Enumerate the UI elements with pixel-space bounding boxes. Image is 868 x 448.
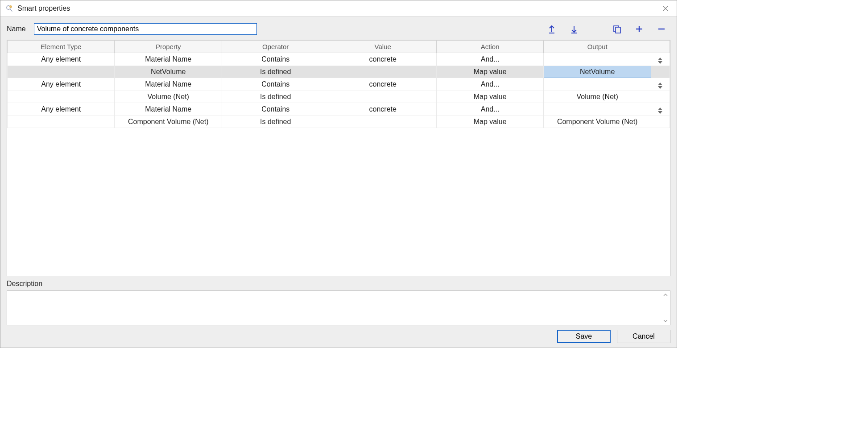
cell-property[interactable]: Material Name <box>115 53 222 66</box>
cell-property[interactable]: Material Name <box>115 103 222 116</box>
grid-header-row: Element Type Property Operator Value Act… <box>8 41 670 53</box>
col-handle <box>651 41 670 53</box>
chevron-up-icon <box>663 293 668 297</box>
cell-value[interactable]: concrete <box>329 103 436 116</box>
scrollbar-stub <box>663 293 669 323</box>
svg-marker-14 <box>658 58 662 60</box>
plus-icon <box>635 25 643 33</box>
cell-output[interactable]: Volume (Net) <box>544 91 651 103</box>
name-row: Name <box>7 23 670 35</box>
cell-action[interactable]: And... <box>436 78 543 91</box>
cell-action[interactable]: And... <box>436 103 543 116</box>
cell-operator[interactable]: Is defined <box>222 66 329 78</box>
rules-grid: Element Type Property Operator Value Act… <box>7 40 670 276</box>
arrow-up-icon <box>548 25 556 33</box>
cell-handle[interactable] <box>651 53 670 66</box>
table-row[interactable]: Any elementMaterial NameContainsconcrete… <box>8 53 670 66</box>
description-box <box>7 290 670 325</box>
smart-properties-dialog: Smart properties Name <box>0 0 677 348</box>
cell-element-type[interactable] <box>8 91 115 103</box>
copy-icon <box>612 25 621 33</box>
table-row[interactable]: NetVolumeIs definedMap valueNetVolume <box>8 66 670 78</box>
cell-output[interactable] <box>544 103 651 116</box>
description-input[interactable] <box>7 291 662 325</box>
svg-marker-16 <box>658 83 662 85</box>
col-value[interactable]: Value <box>329 41 436 53</box>
cell-value[interactable] <box>329 66 436 78</box>
close-icon <box>663 6 668 11</box>
table-row[interactable]: Component Volume (Net)Is definedMap valu… <box>8 116 670 128</box>
cell-value[interactable] <box>329 91 436 103</box>
col-output[interactable]: Output <box>544 41 651 53</box>
svg-line-1 <box>10 9 12 11</box>
col-property[interactable]: Property <box>115 41 222 53</box>
drag-handle-icon[interactable] <box>657 82 663 89</box>
cell-property[interactable]: Material Name <box>115 78 222 91</box>
cell-handle <box>651 91 670 103</box>
titlebar: Smart properties <box>0 0 677 17</box>
svg-marker-17 <box>658 86 662 89</box>
cell-handle[interactable] <box>651 103 670 116</box>
name-label: Name <box>7 25 26 33</box>
drag-handle-icon[interactable] <box>657 107 663 114</box>
cell-element-type[interactable]: Any element <box>8 78 115 91</box>
app-icon <box>5 4 14 13</box>
arrow-down-icon <box>570 25 578 33</box>
cell-output[interactable] <box>544 53 651 66</box>
cell-value[interactable]: concrete <box>329 53 436 66</box>
cell-element-type[interactable]: Any element <box>8 53 115 66</box>
add-button[interactable] <box>633 23 645 35</box>
cell-output[interactable] <box>544 78 651 91</box>
table-row[interactable]: Any elementMaterial NameContainsconcrete… <box>8 78 670 91</box>
remove-button[interactable] <box>655 23 668 35</box>
cancel-button[interactable]: Cancel <box>617 330 670 343</box>
col-action[interactable]: Action <box>436 41 543 53</box>
save-button[interactable]: Save <box>557 330 611 343</box>
cell-element-type[interactable]: Any element <box>8 103 115 116</box>
chevron-down-icon <box>663 319 668 323</box>
cell-action[interactable]: And... <box>436 53 543 66</box>
duplicate-button[interactable] <box>611 23 623 35</box>
cell-action[interactable]: Map value <box>436 66 543 78</box>
cell-output[interactable]: Component Volume (Net) <box>544 116 651 128</box>
cell-property[interactable]: Component Volume (Net) <box>115 116 222 128</box>
cell-property[interactable]: NetVolume <box>115 66 222 78</box>
cell-action[interactable]: Map value <box>436 91 543 103</box>
cell-handle <box>651 116 670 128</box>
cell-action[interactable]: Map value <box>436 116 543 128</box>
move-up-button[interactable] <box>546 23 558 35</box>
table-row[interactable]: Volume (Net)Is definedMap valueVolume (N… <box>8 91 670 103</box>
minus-icon <box>657 25 665 33</box>
dialog-body: Name <box>0 17 677 348</box>
cell-element-type[interactable] <box>8 66 115 78</box>
svg-marker-18 <box>658 108 662 110</box>
cell-operator[interactable]: Contains <box>222 78 329 91</box>
close-button[interactable] <box>659 2 672 15</box>
cell-operator[interactable]: Is defined <box>222 91 329 103</box>
description-label: Description <box>7 280 670 288</box>
drag-handle-icon[interactable] <box>657 57 663 64</box>
cell-value[interactable]: concrete <box>329 78 436 91</box>
cell-value[interactable] <box>329 116 436 128</box>
cell-property[interactable]: Volume (Net) <box>115 91 222 103</box>
dialog-footer: Save Cancel <box>7 328 670 345</box>
window-title: Smart properties <box>17 4 659 12</box>
row-toolbar <box>546 23 670 35</box>
name-input[interactable] <box>34 23 257 35</box>
cell-handle <box>651 66 670 78</box>
col-element-type[interactable]: Element Type <box>8 41 115 53</box>
cell-operator[interactable]: Is defined <box>222 116 329 128</box>
move-down-button[interactable] <box>568 23 580 35</box>
svg-marker-19 <box>658 111 662 114</box>
svg-rect-10 <box>616 27 620 33</box>
cell-output[interactable]: NetVolume <box>544 66 651 78</box>
cell-element-type[interactable] <box>8 116 115 128</box>
cell-operator[interactable]: Contains <box>222 53 329 66</box>
cell-handle[interactable] <box>651 78 670 91</box>
svg-marker-15 <box>658 61 662 64</box>
svg-point-2 <box>10 5 12 8</box>
cell-operator[interactable]: Contains <box>222 103 329 116</box>
col-operator[interactable]: Operator <box>222 41 329 53</box>
table-row[interactable]: Any elementMaterial NameContainsconcrete… <box>8 103 670 116</box>
